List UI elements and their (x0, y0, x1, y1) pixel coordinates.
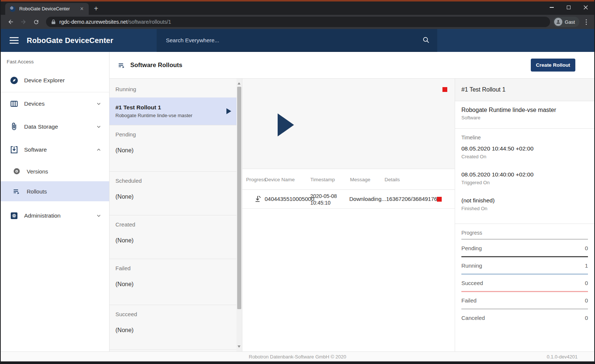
timestamp-time: 10:45:10 (310, 200, 331, 206)
list-scrollbar[interactable] (236, 79, 242, 351)
search-icon[interactable] (422, 36, 430, 44)
progress-name: Running (461, 262, 482, 269)
progress-count: 0 (585, 280, 588, 286)
disc-icon (13, 167, 21, 175)
chevron-down-icon (96, 124, 102, 130)
message-cell: Downloading...16367206/36849176 (349, 196, 437, 202)
progress-count: 0 (585, 245, 588, 251)
list-section-failed: Failed (109, 259, 236, 271)
sidebar-item-rollouts[interactable]: Rollouts (1, 181, 109, 201)
fast-access-label: Fast Access (1, 52, 109, 64)
info-title-section: #1 Test Rollout 1 (455, 79, 594, 101)
scroll-up-icon[interactable] (238, 82, 241, 85)
maximize-button[interactable] (560, 1, 577, 13)
list-section-succeed: Succeed (109, 305, 236, 317)
tab-close-icon[interactable]: × (79, 6, 85, 12)
none-item: (None) (109, 271, 236, 288)
rollout-list-item-selected[interactable]: #1 Test Rollout 1 Robogate Runtime linde… (109, 97, 236, 125)
download-progress-icon (254, 195, 262, 203)
site-favicon-icon (10, 6, 16, 12)
url-domain: rgdc-demo.azurewebsites.net (59, 19, 128, 25)
footer: Robotron Datenbank-Software GmbH © 2020 … (1, 351, 594, 361)
sidebar-item-data-storage[interactable]: Data Storage (1, 115, 109, 138)
sidebar-item-devices[interactable]: Devices (1, 92, 109, 115)
progress-name: Canceled (461, 315, 485, 321)
column-header-progress: Progress (246, 177, 266, 182)
browser-tab[interactable]: RoboGate DeviceCenter × (5, 3, 89, 15)
progress-item-canceled: Canceled 0 (455, 308, 594, 321)
sidebar-item-label: Devices (24, 100, 96, 107)
rollout-detail-pane: Progress Device Name Timestamp Message D… (242, 79, 455, 351)
forward-button[interactable] (18, 16, 29, 27)
device-table: Progress Device Name Timestamp Message D… (242, 169, 455, 351)
sidebar-item-software[interactable]: Software (1, 138, 109, 161)
timestamp-date: 2020-05-08 (310, 193, 337, 199)
progress-bar (461, 308, 588, 310)
new-tab-button[interactable]: + (94, 5, 98, 12)
progress-bar (461, 256, 588, 257)
column-header-device-name: Device Name (265, 177, 295, 182)
browser-menu-button[interactable] (582, 17, 591, 27)
back-icon (7, 19, 14, 25)
scroll-down-icon[interactable] (238, 345, 241, 348)
software-download-icon (10, 145, 19, 154)
footer-copyright: Robotron Datenbank-Software GmbH © 2020 (249, 354, 346, 360)
timeline-caption: Finished On (461, 206, 588, 211)
playlist-icon (118, 61, 126, 69)
progress-name: Failed (461, 297, 477, 304)
sidebar-item-label: Software (24, 146, 96, 153)
tab-strip: RoboGate DeviceCenter × + (1, 1, 594, 15)
timeline-value: 08.05.2020 10:44:50 +02:00 (461, 145, 588, 152)
sidebar-item-administration[interactable]: Administration (1, 204, 109, 227)
sidebar: Fast Access Device Explorer Devices Data… (1, 52, 109, 351)
progress-count: 0 (585, 297, 588, 304)
close-window-button[interactable] (577, 1, 594, 13)
progress-bar (461, 239, 588, 240)
minimize-button[interactable] (543, 1, 560, 13)
timeline-entry: 08.05.2020 10:40:00 +02:00 Triggered On (455, 166, 594, 192)
sidebar-item-label: Versions (27, 168, 102, 175)
row-stop-icon[interactable] (437, 197, 442, 202)
scroll-thumb[interactable] (237, 87, 241, 309)
sidebar-item-label: Rollouts (27, 188, 102, 195)
compass-icon (10, 76, 19, 85)
address-bar[interactable]: rgdc-demo.azurewebsites.net/software/rol… (46, 17, 550, 27)
menu-button[interactable] (10, 37, 19, 44)
play-button[interactable] (278, 113, 294, 136)
lock-icon (51, 19, 56, 24)
progress-item-failed: Failed 0 (455, 291, 594, 304)
create-rollout-button[interactable]: Create Rollout (531, 59, 575, 72)
browser-toolbar: rgdc-demo.azurewebsites.net/software/rol… (1, 15, 594, 29)
timeline-caption: Created On (461, 154, 588, 159)
chevron-down-icon (96, 101, 102, 107)
none-item: (None) (109, 317, 236, 334)
gear-icon (10, 211, 19, 220)
none-item: (None) (109, 138, 236, 154)
software-section: Robogate Runtime linde-vse master Softwa… (455, 101, 594, 129)
sidebar-item-device-explorer[interactable]: Device Explorer (1, 69, 109, 92)
column-header-details: Details (385, 177, 400, 182)
chevron-down-icon (96, 213, 102, 219)
timeline-caption: Triggered On (461, 180, 588, 185)
software-name: Robogate Runtime linde-vse master (461, 107, 588, 113)
back-button[interactable] (5, 16, 16, 27)
devices-icon (10, 99, 19, 108)
app-title: RoboGate DeviceCenter (27, 36, 113, 45)
reload-icon (33, 19, 39, 25)
timeline-entry: (not finished) Finished On (455, 192, 594, 218)
list-section-running: Running (109, 79, 236, 97)
progress-count: 0 (585, 315, 588, 321)
profile-button[interactable]: Gast (553, 17, 579, 27)
table-row[interactable]: 0404435510005000 2020-05-0810:45:10 Down… (242, 190, 455, 209)
sidebar-item-label: Device Explorer (24, 77, 102, 84)
progress-item-succeed: Succeed 0 (455, 274, 594, 286)
reload-button[interactable] (30, 16, 42, 27)
rollout-list: Running #1 Test Rollout 1 Robogate Runti… (109, 79, 242, 351)
minimize-icon (550, 7, 554, 8)
progress-bar (461, 274, 588, 275)
rollout-info-panel: #1 Test Rollout 1 Robogate Runtime linde… (455, 79, 594, 351)
stop-icon[interactable] (442, 87, 447, 92)
app-content: Fast Access Device Explorer Devices Data… (1, 52, 594, 351)
search-input[interactable] (157, 37, 422, 43)
sidebar-item-versions[interactable]: Versions (1, 161, 109, 181)
